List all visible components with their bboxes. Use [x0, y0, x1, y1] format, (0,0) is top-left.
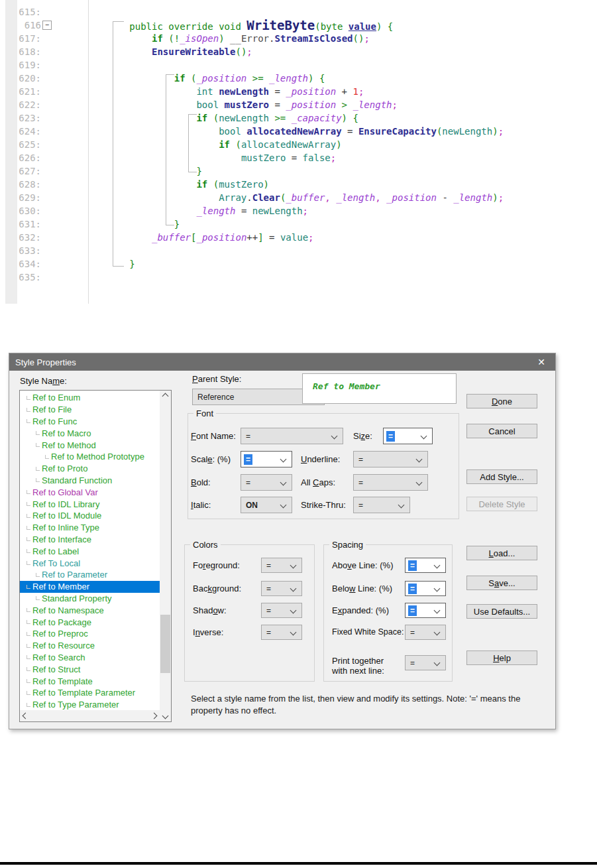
- style-list-item[interactable]: Ref to Func: [20, 416, 160, 428]
- style-list-item[interactable]: Ref to Inline Type: [20, 522, 160, 534]
- above-line-combo[interactable]: =: [405, 558, 446, 573]
- save-button[interactable]: Save...: [466, 576, 537, 590]
- style-list-item[interactable]: Ref to Struct: [20, 663, 160, 675]
- tree-connector: [27, 549, 30, 553]
- combo-value: Reference: [197, 393, 234, 402]
- vertical-scrollbar-thumb[interactable]: [160, 615, 170, 673]
- style-list-item[interactable]: Ref to File: [20, 404, 160, 416]
- use-defaults-button[interactable]: Use Defaults...: [466, 604, 537, 619]
- inverse-combo[interactable]: =: [261, 625, 302, 640]
- code-line[interactable]: 623: if (newLength >= _capacity) {: [0, 111, 597, 125]
- style-list-item[interactable]: Standard Property: [20, 593, 160, 605]
- dialog-titlebar[interactable]: Style Properties ✕: [9, 353, 555, 371]
- horizontal-scrollbar[interactable]: [20, 710, 160, 721]
- scroll-up-button[interactable]: [160, 391, 171, 402]
- style-list-item[interactable]: Ref to Proto: [20, 463, 160, 475]
- style-list-item[interactable]: Ref to Template Parameter: [20, 687, 160, 699]
- size-combo[interactable]: =: [383, 428, 433, 444]
- style-list-item[interactable]: Ref to IDL Library: [20, 498, 160, 510]
- code-editor[interactable]: 615:616− public override void WriteByte(…: [0, 0, 597, 317]
- style-list-item[interactable]: Standard Function: [20, 475, 160, 487]
- code-line[interactable]: 633:: [0, 244, 597, 257]
- code-line[interactable]: 622: bool mustZero = _position > _length…: [0, 98, 597, 111]
- strike-thru-combo[interactable]: =: [353, 497, 410, 513]
- scroll-right-button[interactable]: [148, 710, 160, 721]
- tree-connector: [27, 396, 30, 400]
- style-list-item[interactable]: Ref to Method Prototype: [20, 451, 160, 463]
- code-line[interactable]: 617: if (!_isOpen) __Error.StreamIsClose…: [0, 32, 597, 45]
- style-list-item[interactable]: Ref To Local: [20, 557, 160, 569]
- style-list-item[interactable]: Ref to Member: [20, 581, 160, 593]
- code-line[interactable]: 630: _length = newLength;: [0, 204, 597, 217]
- style-list-item[interactable]: Ref to Interface: [20, 534, 160, 546]
- code-line[interactable]: 631: }: [0, 217, 597, 231]
- code-line[interactable]: 621: int newLength = _position + 1;: [0, 85, 597, 98]
- style-list-item[interactable]: Ref to Enum: [20, 392, 160, 404]
- scale-label: Scale: (%): [191, 454, 231, 464]
- underline-combo[interactable]: =: [353, 451, 428, 467]
- code-line[interactable]: 625: if (allocatedNewArray): [0, 138, 597, 151]
- style-list-item[interactable]: Ref to Method: [20, 439, 160, 451]
- code-line[interactable]: 616− public override void WriteByte(byte…: [0, 19, 597, 32]
- code-line[interactable]: 628: if (mustZero): [0, 178, 597, 191]
- help-button[interactable]: Help: [466, 651, 537, 665]
- code-line[interactable]: 626: mustZero = false;: [0, 151, 597, 164]
- code-line[interactable]: 635:: [0, 271, 597, 284]
- style-list-item[interactable]: Ref to Macro: [20, 427, 160, 439]
- style-list-item[interactable]: Ref to Search: [20, 652, 160, 664]
- code-line[interactable]: 618: EnsureWriteable();: [0, 45, 597, 58]
- style-list-item[interactable]: Ref to Namespace: [20, 604, 160, 616]
- add-style-button[interactable]: Add Style...: [466, 469, 537, 484]
- code-line[interactable]: 624: bool allocatedNewArray = EnsureCapa…: [0, 125, 597, 138]
- print-together-combo[interactable]: =: [405, 655, 446, 670]
- style-list-item[interactable]: Ref to Parameter: [20, 569, 160, 581]
- code-line[interactable]: 632: _buffer[_position++] = value;: [0, 231, 597, 244]
- code-line[interactable]: 619:: [0, 58, 597, 72]
- cancel-button[interactable]: Cancel: [466, 424, 537, 438]
- code-text: if (!_isOpen) __Error.StreamIsClosed();: [113, 32, 370, 45]
- combo-value: =: [266, 628, 271, 637]
- style-list-item[interactable]: Ref to Resource: [20, 640, 160, 652]
- bold-combo[interactable]: =: [241, 474, 292, 491]
- style-list-item-label: Ref to Method Prototype: [51, 452, 144, 462]
- style-list-item[interactable]: Ref to Global Var: [20, 486, 160, 498]
- foreground-combo[interactable]: =: [261, 558, 302, 573]
- foreground-label: Foreground:: [193, 560, 240, 570]
- style-list-item[interactable]: Ref to Label: [20, 545, 160, 557]
- code-line[interactable]: 620: if (_position >= _length) {: [0, 72, 597, 85]
- style-list-item[interactable]: Ref to Type Parameter: [20, 699, 160, 710]
- code-line[interactable]: 634: }: [0, 257, 597, 271]
- vertical-scrollbar[interactable]: [160, 391, 171, 710]
- all-caps-combo[interactable]: =: [353, 474, 428, 491]
- scale-combo[interactable]: =: [241, 451, 292, 467]
- fixed-white-space-combo[interactable]: =: [405, 625, 446, 640]
- chevron-down-icon: [434, 562, 441, 569]
- style-list-item[interactable]: Ref to Package: [20, 616, 160, 628]
- code-lines: 615:616− public override void WriteByte(…: [0, 5, 597, 284]
- strike-thru-label: Strike-Thru:: [301, 500, 346, 510]
- style-name-list[interactable]: Ref to EnumRef to FileRef to FuncRef to …: [19, 390, 172, 722]
- scroll-down-button[interactable]: [160, 710, 171, 721]
- fold-toggle-icon[interactable]: −: [42, 21, 52, 30]
- close-button[interactable]: ✕: [527, 353, 555, 371]
- italic-combo[interactable]: ON: [241, 497, 292, 513]
- shadow-combo[interactable]: =: [261, 603, 302, 618]
- style-list-item[interactable]: Ref to IDL Module: [20, 510, 160, 522]
- scroll-left-button[interactable]: [20, 710, 31, 721]
- below-line-combo[interactable]: =: [405, 581, 446, 596]
- code-line[interactable]: 615:: [0, 5, 597, 19]
- style-list-item-label: Ref to Macro: [42, 428, 91, 438]
- style-list-item-label: Ref to Search: [32, 652, 85, 662]
- background-combo[interactable]: =: [261, 581, 302, 596]
- code-line[interactable]: 627: }: [0, 164, 597, 178]
- load-button[interactable]: Load...: [466, 546, 537, 560]
- font-name-combo[interactable]: =: [241, 428, 343, 444]
- style-list-item[interactable]: Ref to Template: [20, 675, 160, 687]
- done-button[interactable]: Done: [466, 394, 537, 408]
- combo-value: =: [408, 584, 417, 594]
- style-list-item[interactable]: Ref to Preproc: [20, 628, 160, 640]
- expanded-combo[interactable]: =: [405, 603, 446, 618]
- code-line[interactable]: 629: Array.Clear(_buffer, _length, _posi…: [0, 191, 597, 204]
- chevron-down-icon: [280, 456, 287, 463]
- delete-style-button: Delete Style: [466, 497, 537, 511]
